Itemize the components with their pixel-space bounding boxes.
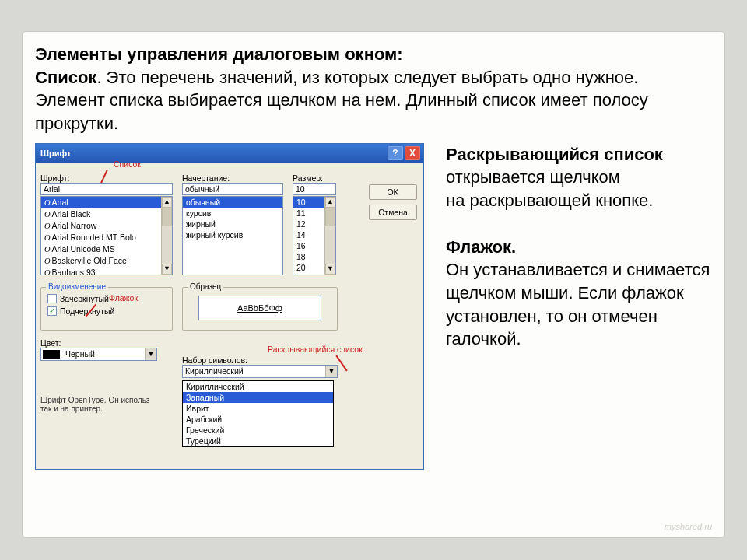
list-item: жирный — [183, 219, 282, 229]
titlebar-title: Шрифт — [40, 149, 71, 158]
size-listbox[interactable]: 10 11 12 14 16 18 20 ▲ ▼ — [293, 196, 336, 275]
strikethrough-checkbox[interactable]: Зачеркнутый — [47, 294, 166, 303]
label-effects: Видоизменение — [46, 282, 108, 291]
dialog-screenshot: Шрифт ? X Список Шрифт: Arial OArial — [35, 143, 432, 478]
slide-card: Элементы управления диалоговым окном: Сп… — [22, 31, 725, 538]
dropdown-item[interactable]: Иврит — [183, 403, 333, 414]
scroll-up-button[interactable]: ▲ — [325, 197, 335, 208]
font-input[interactable]: Arial — [40, 183, 173, 195]
dropdown-item[interactable]: Западный — [183, 392, 333, 403]
chevron-down-icon[interactable]: ▼ — [325, 366, 337, 377]
scroll-thumb[interactable] — [325, 208, 335, 226]
headline-rest: . Это перечень значений, из которых след… — [35, 68, 648, 133]
annotation-flag: Флажок — [109, 293, 138, 303]
dropdown-item[interactable]: Турецкий — [183, 436, 333, 446]
color-combo[interactable]: Черный ▼ — [40, 348, 157, 361]
checkbox-icon — [47, 294, 57, 303]
list-item: OBaskerville Old Face — [41, 255, 172, 267]
side-p1-line2: на раскрывающей кнопке. — [446, 191, 653, 210]
list-item: OBauhaus 93 — [41, 267, 172, 275]
hint-text: Шрифт OpenType. Он использ так и на прин… — [40, 396, 173, 413]
watermark: myshared.ru — [665, 522, 712, 531]
underline-checkbox[interactable]: Подчеркнутый — [47, 306, 166, 316]
charset-combo[interactable]: Кириллический ▼ — [182, 365, 338, 378]
scroll-down-button[interactable]: ▼ — [325, 264, 335, 275]
font-listbox[interactable]: OArial OArial Black OArial Narrow OArial… — [40, 196, 173, 275]
label-style: Начертание: — [182, 173, 283, 183]
titlebar[interactable]: Шрифт ? X — [36, 144, 423, 163]
chevron-down-icon[interactable]: ▼ — [145, 348, 156, 360]
side-text: Раскрывающийся список открывается щелчко… — [446, 143, 712, 478]
scroll-up-button[interactable]: ▲ — [162, 197, 172, 208]
label-font: Шрифт: — [40, 173, 173, 183]
effects-group: Видоизменение Зачеркнутый Подчеркнутый — [40, 287, 173, 331]
headline-lead: Список — [35, 68, 96, 87]
side-p1-bold: Раскрывающийся список — [446, 145, 663, 164]
font-dialog: Шрифт ? X Список Шрифт: Arial OArial — [35, 143, 424, 470]
ok-button[interactable]: OK — [369, 184, 417, 200]
scroll-down-button[interactable]: ▼ — [162, 264, 172, 275]
label-sample: Образец — [188, 282, 223, 291]
side-p2-rest: Он устанавливается и снимается щелчком м… — [446, 260, 710, 348]
scroll-thumb[interactable] — [162, 208, 172, 226]
list-item: OArial — [41, 197, 172, 208]
size-input[interactable]: 10 — [293, 183, 336, 195]
dropdown-item[interactable]: Кириллический — [183, 381, 333, 392]
label-size: Размер: — [293, 173, 336, 183]
annotation-drop: Раскрывающийся список — [268, 345, 363, 354]
sample-group: Образец AaBbБбФф — [182, 287, 338, 331]
label-charset: Набор символов: — [182, 355, 338, 365]
list-item: OArial Rounded MT Bolo — [41, 232, 172, 243]
dropdown-item[interactable]: Арабский — [183, 414, 333, 425]
color-swatch-icon — [43, 350, 60, 359]
headline-block: Элементы управления диалоговым окном: Сп… — [35, 43, 712, 135]
cancel-button[interactable]: Отмена — [369, 205, 417, 220]
list-item: курсив — [183, 208, 282, 219]
sample-preview: AaBbБбФф — [198, 296, 321, 320]
scrollbar[interactable]: ▲ ▼ — [324, 197, 335, 275]
list-item: обычный — [183, 197, 282, 208]
list-item: жирный курсив — [183, 229, 282, 240]
label-color: Цвет: — [40, 338, 157, 348]
help-button[interactable]: ? — [388, 146, 403, 160]
style-listbox[interactable]: обычный курсив жирный жирный курсив — [182, 196, 283, 275]
list-item: OArial Black — [41, 208, 172, 220]
style-input[interactable]: обычный — [182, 183, 283, 195]
charset-dropdown-list[interactable]: Кириллический Западный Иврит Арабский Гр… — [182, 380, 334, 447]
list-item: OArial Unicode MS — [41, 243, 172, 255]
close-button[interactable]: X — [405, 146, 420, 160]
list-item: OArial Narrow — [41, 220, 172, 232]
scrollbar[interactable]: ▲ ▼ — [161, 197, 172, 275]
annotation-list: Список — [114, 159, 141, 169]
side-p1-rest: открывается щелчком — [446, 167, 620, 187]
headline-title: Элементы управления диалоговым окном: — [35, 44, 403, 64]
side-p2-bold: Флажок. — [446, 237, 516, 257]
checkbox-icon — [47, 306, 57, 316]
dropdown-item[interactable]: Греческий — [183, 425, 333, 436]
